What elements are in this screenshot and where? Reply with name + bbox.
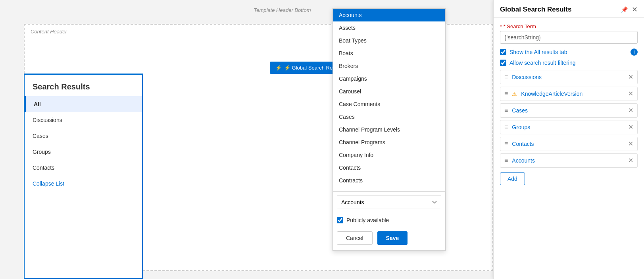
search-term-input[interactable] [500, 31, 638, 44]
result-item-accounts: ≡ Accounts ✕ [500, 153, 638, 168]
drag-handle-icon[interactable]: ≡ [504, 140, 508, 147]
result-item-cases: ≡ Cases ✕ [500, 103, 638, 118]
dropdown-item-boats[interactable]: Boats [333, 47, 445, 60]
dropdown-item-accounts[interactable]: Accounts [333, 9, 445, 21]
object-type-list: Accounts Assets Boat Types Boats Brokers… [333, 8, 445, 191]
remove-knowledge-icon[interactable]: ✕ [628, 91, 633, 97]
result-item-label[interactable]: Contacts [512, 141, 624, 147]
add-button[interactable]: Add [500, 172, 525, 185]
show-all-results-label: Show the All results tab [509, 49, 627, 55]
sidebar-item-all[interactable]: All [25, 96, 142, 112]
allow-filtering-checkbox[interactable] [500, 60, 506, 66]
lightning-icon: ⚡ [275, 65, 282, 71]
dropdown-item-cases[interactable]: Cases [333, 110, 445, 123]
show-all-results-row: Show the All results tab i [500, 48, 638, 56]
search-sidebar: Search Results All Discussions Cases Gro… [24, 74, 143, 279]
main-area: Template Header Bottom Content Header ⚡ … [0, 0, 644, 279]
dropdown-item-boat-types[interactable]: Boat Types [333, 34, 445, 47]
dropdown-item-channel-program-levels[interactable]: Channel Program Levels [333, 123, 445, 136]
result-item-label[interactable]: Discussions [512, 74, 624, 80]
dropdown-item-carousel[interactable]: Carousel [333, 85, 445, 98]
dropdown-item-dashboards[interactable]: Dashboards [333, 187, 445, 191]
dropdown-item-channel-programs[interactable]: Channel Programs [333, 136, 445, 149]
add-object-type-popup: Accounts Assets Boat Types Boats Brokers… [333, 8, 446, 251]
dropdown-select-row: Accounts Assets Boat Types Boats Brokers… [333, 191, 445, 213]
sidebar-item-discussions[interactable]: Discussions [25, 112, 142, 128]
collapse-list-link[interactable]: Collapse List [25, 176, 142, 192]
remove-groups-icon[interactable]: ✕ [628, 124, 633, 130]
allow-filtering-label: Allow search result filtering [509, 60, 638, 66]
drag-handle-icon[interactable]: ≡ [504, 90, 508, 97]
dropdown-item-company-info[interactable]: Company Info [333, 149, 445, 161]
warning-icon: ⚠ [512, 91, 517, 97]
modal-actions: Cancel Save [333, 227, 445, 250]
info-icon[interactable]: i [631, 48, 638, 56]
drag-handle-icon[interactable]: ≡ [504, 107, 508, 114]
search-term-label: * * Search Term [500, 23, 638, 29]
close-icon[interactable]: ✕ [632, 6, 638, 13]
publicly-available-checkbox[interactable] [337, 217, 343, 223]
result-item-discussions: ≡ Discussions ✕ [500, 70, 638, 84]
right-panel: Global Search Results 📌 ✕ * * Search Ter… [493, 0, 644, 279]
remove-cases-icon[interactable]: ✕ [628, 107, 633, 114]
cancel-button[interactable]: Cancel [337, 231, 373, 245]
result-item-label[interactable]: KnowledgeArticleVersion [521, 91, 624, 97]
sidebar-item-contacts[interactable]: Contacts [25, 160, 142, 176]
drag-handle-icon[interactable]: ≡ [504, 124, 508, 131]
pin-icon[interactable]: 📌 [621, 6, 628, 13]
result-item-knowledge: ≡ ⚠ KnowledgeArticleVersion ✕ [500, 87, 638, 101]
dropdown-item-campaigns[interactable]: Campaigns [333, 72, 445, 85]
publicly-available-row: Publicly available [333, 213, 445, 227]
allow-filtering-row: Allow search result filtering [500, 60, 638, 66]
object-type-select[interactable]: Accounts Assets Boat Types Boats Brokers… [337, 196, 441, 209]
drag-handle-icon[interactable]: ≡ [504, 157, 508, 164]
result-item-groups: ≡ Groups ✕ [500, 120, 638, 134]
right-panel-body: * * Search Term Show the All results tab… [494, 18, 644, 279]
dropdown-item-brokers[interactable]: Brokers [333, 60, 445, 72]
show-all-results-checkbox[interactable] [500, 49, 506, 55]
remove-contacts-icon[interactable]: ✕ [628, 141, 633, 147]
global-search-button[interactable]: ⚡ ⚡ Global Search Re... [270, 62, 342, 74]
right-panel-title: Global Search Results [500, 6, 571, 14]
dropdown-item-contracts[interactable]: Contracts [333, 174, 445, 187]
sidebar-item-cases[interactable]: Cases [25, 128, 142, 144]
search-sidebar-title: Search Results [25, 75, 142, 96]
right-panel-header: Global Search Results 📌 ✕ [494, 0, 644, 18]
result-item-label[interactable]: Cases [512, 107, 624, 114]
dropdown-item-contacts[interactable]: Contacts [333, 161, 445, 174]
dropdown-item-assets[interactable]: Assets [333, 21, 445, 34]
dropdown-item-case-comments[interactable]: Case Comments [333, 98, 445, 110]
save-button[interactable]: Save [377, 231, 408, 245]
remove-discussions-icon[interactable]: ✕ [628, 74, 633, 80]
publicly-available-label: Publicly available [346, 217, 389, 223]
remove-accounts-icon[interactable]: ✕ [628, 157, 633, 164]
result-item-contacts: ≡ Contacts ✕ [500, 137, 638, 151]
drag-handle-icon[interactable]: ≡ [504, 74, 508, 81]
result-item-label[interactable]: Groups [512, 124, 624, 130]
result-item-label[interactable]: Accounts [512, 157, 624, 164]
sidebar-item-groups[interactable]: Groups [25, 144, 142, 160]
